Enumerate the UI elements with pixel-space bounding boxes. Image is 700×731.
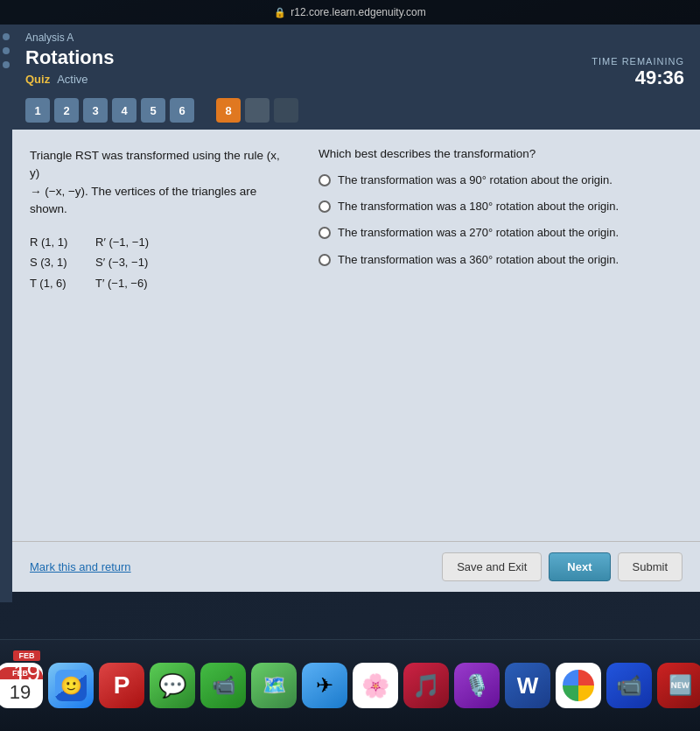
lock-icon: 🔒	[274, 7, 286, 18]
vertex-row-t: T (1, 6) T′ (−1, −6)	[30, 273, 292, 293]
vertex-r-trans: R′ (−1, −1)	[95, 232, 165, 252]
question-btn-10[interactable]	[274, 98, 298, 123]
question-btn-4[interactable]: 4	[112, 98, 136, 123]
dock-icon-zoom[interactable]: 📹	[606, 663, 652, 708]
dock-icon-podcasts[interactable]: 🎙️	[454, 663, 500, 708]
question-btn-8[interactable]: 8	[216, 98, 241, 123]
quiz-label: Quiz	[25, 73, 50, 86]
dock-icon-chrome[interactable]	[556, 663, 601, 708]
chrome-circle	[563, 670, 594, 701]
dock-icon-msword[interactable]: W	[505, 663, 550, 708]
dock-day: 19	[13, 661, 40, 685]
vertex-t-trans: T′ (−1, −6)	[95, 273, 165, 293]
next-button[interactable]: Next	[549, 552, 610, 581]
question-line1: Triangle RST was transformed using the r…	[30, 149, 280, 179]
browser-top-bar: 🔒 r12.core.learn.edgenuity.com	[0, 0, 700, 25]
question-btn-9[interactable]	[245, 98, 270, 123]
question-text: Triangle RST was transformed using the r…	[30, 147, 292, 218]
dock-date: FEB 19	[13, 650, 40, 685]
action-bar: Mark this and return Save and Exit Next …	[12, 541, 700, 592]
option-2-radio[interactable]	[318, 200, 331, 213]
vertex-s-trans: S′ (−3, −1)	[95, 252, 165, 272]
dock-icon-photos[interactable]: 🌸	[353, 663, 398, 708]
mark-return-button[interactable]: Mark this and return	[30, 560, 131, 573]
dock-icon-appstore[interactable]: ✈	[302, 663, 347, 708]
vertex-t-orig: T (1, 6)	[30, 273, 78, 293]
option-3[interactable]: The transformation was a 270° rotation a…	[318, 225, 682, 241]
question-right: Which best describes the transformation?…	[318, 147, 682, 528]
quiz-panel: Triangle RST was transformed using the r…	[12, 130, 700, 541]
dock-icon-finder[interactable]: 🙂	[48, 663, 94, 708]
dock-icon-word[interactable]: P	[99, 663, 144, 708]
option-4[interactable]: The transformation was a 360° rotation a…	[318, 252, 682, 268]
question-nav: 1 2 3 4 5 6 8	[25, 93, 687, 130]
sidebar-strip	[0, 25, 12, 602]
sidebar-dot	[3, 33, 10, 40]
vertex-row-s: S (3, 1) S′ (−3, −1)	[30, 252, 292, 272]
dock-icon-facetime[interactable]: 📹	[200, 663, 246, 708]
answer-prompt: Which best describes the transformation?	[318, 147, 682, 160]
active-label: Active	[57, 73, 88, 86]
vertex-row-r: R (1, 1) R′ (−1, −1)	[30, 232, 292, 252]
save-exit-button[interactable]: Save and Exit	[442, 552, 542, 581]
dock-icon-maps[interactable]: 🗺️	[251, 663, 297, 708]
timer-label: TIME REMAINING	[592, 56, 684, 67]
dock: FEB 19 FEB 19 🙂 P 💬 📹 🗺️ ✈ 🌸 🎵 🎙️	[0, 639, 700, 731]
url-bar: r12.core.learn.edgenuity.com	[290, 6, 426, 18]
question-line2: → (−x, −y). The vertices of the triangle…	[30, 185, 256, 215]
vertex-s-orig: S (3, 1)	[30, 252, 78, 272]
option-2[interactable]: The transformation was a 180° rotation a…	[318, 199, 682, 214]
option-1[interactable]: The transformation was a 90° rotation ab…	[318, 172, 682, 188]
vertices-table: R (1, 1) R′ (−1, −1) S (3, 1) S′ (−3, −1…	[30, 232, 292, 293]
option-3-radio[interactable]	[318, 227, 331, 239]
option-3-text: The transformation was a 270° rotation a…	[338, 225, 619, 241]
option-1-text: The transformation was a 90° rotation ab…	[338, 172, 612, 188]
vertex-r-orig: R (1, 1)	[30, 232, 78, 252]
question-btn-2[interactable]: 2	[54, 98, 79, 123]
dock-icon-messages[interactable]: 💬	[150, 663, 195, 708]
question-btn-6[interactable]: 6	[170, 98, 194, 123]
quiz-body: Triangle RST was transformed using the r…	[30, 147, 682, 528]
question-btn-5[interactable]: 5	[141, 98, 165, 123]
course-title: Analysis A	[25, 32, 687, 44]
sidebar-dot	[3, 61, 10, 68]
options-list: The transformation was a 90° rotation ab…	[318, 172, 682, 268]
timer-value: 49:36	[592, 67, 684, 89]
option-1-radio[interactable]	[318, 174, 331, 186]
option-4-radio[interactable]	[318, 254, 331, 266]
main-content: TIME REMAINING 49:36 Analysis A Rotation…	[12, 25, 700, 639]
option-2-text: The transformation was a 180° rotation a…	[338, 199, 619, 214]
button-group: Save and Exit Next Submit	[442, 552, 682, 581]
timer-block: TIME REMAINING 49:36	[584, 49, 691, 96]
question-left: Triangle RST was transformed using the r…	[30, 147, 292, 528]
dock-icon-news[interactable]: 🆕	[657, 663, 700, 708]
sidebar-dot	[3, 47, 10, 54]
question-btn-3[interactable]: 3	[83, 98, 108, 123]
question-btn-1[interactable]: 1	[25, 98, 50, 123]
dock-icon-music[interactable]: 🎵	[403, 663, 449, 708]
option-4-text: The transformation was a 360° rotation a…	[338, 252, 619, 268]
submit-button[interactable]: Submit	[618, 552, 682, 581]
